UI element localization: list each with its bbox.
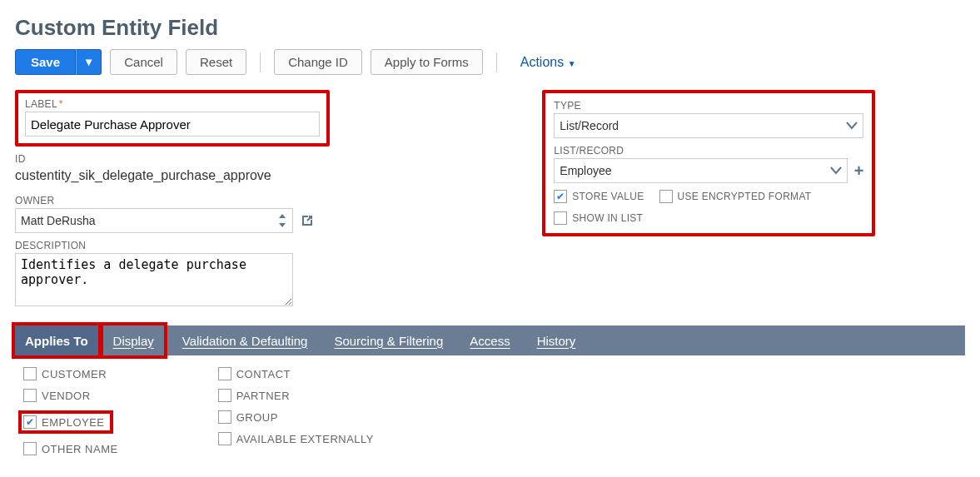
- applies-group-checkbox[interactable]: [218, 410, 231, 424]
- owner-select-value: Matt DeRusha: [21, 214, 95, 227]
- apply-to-forms-button[interactable]: Apply to Forms: [371, 49, 483, 75]
- highlight-tab-display: Display: [100, 322, 167, 359]
- actions-menu[interactable]: Actions ▼: [520, 55, 576, 70]
- show-in-list-label: SHOW IN LIST: [572, 212, 643, 224]
- caret-down-icon: ▼: [568, 59, 576, 68]
- listrecord-select[interactable]: Employee: [554, 158, 847, 183]
- applies-vendor-checkbox[interactable]: [23, 389, 37, 402]
- highlight-type-box: TYPE List/Record LIST/RECORD Employee +: [542, 90, 875, 236]
- label-input[interactable]: [25, 112, 320, 137]
- owner-field-label: OWNER: [15, 195, 509, 206]
- use-encrypted-label: USE ENCRYPTED FORMAT: [678, 191, 812, 202]
- type-select[interactable]: List/Record: [554, 113, 863, 138]
- highlight-tab-applies-to: Applies To: [12, 322, 102, 359]
- caret-down-icon: ▼: [83, 56, 94, 68]
- tab-sourcing[interactable]: Sourcing & Filtering: [321, 325, 456, 355]
- type-field-label: TYPE: [554, 100, 863, 112]
- change-id-button[interactable]: Change ID: [274, 49, 362, 75]
- highlight-employee: EMPLOYEE: [18, 410, 113, 434]
- tab-validation[interactable]: Validation & Defaulting: [169, 325, 321, 355]
- applies-employee-checkbox[interactable]: [23, 415, 37, 429]
- save-dropdown-button[interactable]: ▼: [76, 49, 102, 75]
- show-in-list-checkbox[interactable]: [554, 211, 567, 225]
- applies-other-name-label: OTHER NAME: [42, 443, 118, 455]
- listrecord-field-label: LIST/RECORD: [554, 145, 863, 157]
- applies-group-label: GROUP: [236, 411, 278, 424]
- caret-down-icon: [830, 166, 842, 175]
- applies-partner-label: PARTNER: [236, 390, 290, 402]
- applies-vendor-label: VENDOR: [42, 390, 91, 402]
- tab-history[interactable]: History: [524, 325, 589, 355]
- double-caret-icon: [277, 214, 287, 227]
- applies-employee-label: EMPLOYEE: [42, 416, 105, 429]
- label-field-label: LABEL*: [25, 98, 320, 110]
- description-field-label: DESCRIPTION: [15, 240, 509, 251]
- store-value-checkbox[interactable]: [554, 190, 567, 203]
- tab-access[interactable]: Access: [456, 325, 523, 355]
- type-select-value: List/Record: [560, 119, 619, 132]
- toolbar: Save ▼ Cancel Reset Change ID Apply to F…: [15, 49, 965, 75]
- reset-button[interactable]: Reset: [186, 49, 246, 75]
- cancel-button[interactable]: Cancel: [110, 49, 177, 75]
- separator: [260, 52, 261, 72]
- applies-to-panel: CUSTOMER VENDOR EMPLOYEE OTHER NAME CONT…: [15, 355, 965, 467]
- id-field-label: ID: [15, 153, 509, 165]
- tab-bar: Applies To Display Validation & Defaulti…: [15, 325, 965, 355]
- owner-select[interactable]: Matt DeRusha: [15, 208, 293, 233]
- tab-display[interactable]: Display: [103, 325, 164, 355]
- applies-available-externally-label: AVAILABLE EXTERNALLY: [236, 433, 374, 445]
- description-textarea[interactable]: [15, 253, 293, 306]
- applies-customer-checkbox[interactable]: [23, 367, 37, 380]
- applies-customer-label: CUSTOMER: [42, 368, 107, 380]
- actions-menu-label: Actions: [520, 55, 564, 69]
- applies-contact-checkbox[interactable]: [218, 367, 231, 380]
- page-title: Custom Entity Field: [15, 15, 965, 41]
- applies-partner-checkbox[interactable]: [218, 389, 231, 402]
- separator: [496, 52, 497, 72]
- applies-contact-label: CONTACT: [236, 368, 291, 380]
- add-listrecord-icon[interactable]: +: [854, 161, 864, 181]
- tab-applies-to[interactable]: Applies To: [15, 325, 98, 355]
- use-encrypted-checkbox[interactable]: [659, 190, 673, 203]
- caret-down-icon: [846, 122, 858, 130]
- applies-available-externally-checkbox[interactable]: [218, 432, 231, 445]
- open-record-icon[interactable]: [300, 213, 315, 228]
- highlight-label-box: LABEL*: [15, 90, 330, 147]
- listrecord-select-value: Employee: [560, 164, 611, 177]
- store-value-label: STORE VALUE: [572, 191, 644, 202]
- applies-other-name-checkbox[interactable]: [23, 442, 37, 455]
- id-value: custentity_sik_delegate_purchase_approve: [15, 166, 509, 188]
- save-button[interactable]: Save: [15, 49, 76, 75]
